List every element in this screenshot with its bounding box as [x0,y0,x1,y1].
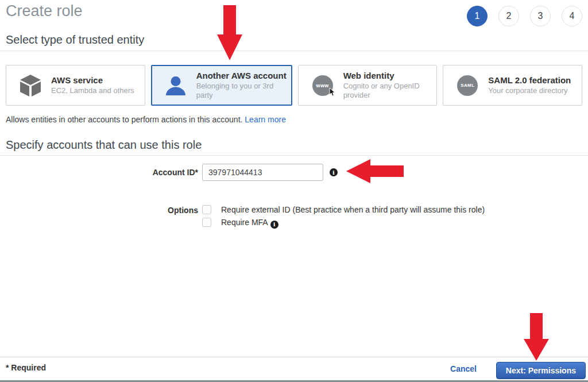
trusted-entity-heading: Select type of trusted entity [6,33,144,47]
divider [0,51,588,51]
step-4: 4 [562,6,582,26]
card-title: AWS service [51,75,134,85]
card-subtitle: Cognito or any OpenID provider [343,82,432,101]
card-subtitle: EC2, Lambda and others [51,86,134,95]
saml-icon: SAML [456,74,479,97]
option-require-mfa: Require MFAi [202,218,278,229]
card-text: SAML 2.0 federation Your corporate direc… [488,75,575,95]
step-1: 1 [467,6,488,26]
account-id-input[interactable] [202,164,323,181]
card-text: AWS service EC2, Lambda and others [51,75,139,95]
wizard-footer: * Required Cancel Next: Permissions [0,357,588,382]
aws-cube-icon [19,74,42,97]
card-title: Another AWS account [196,71,287,80]
account-id-info-icon[interactable]: i [330,168,338,176]
step-indicator: 1 2 3 4 [467,6,582,26]
create-role-page: Create role 1 2 3 4 Select type of trust… [0,0,588,382]
saml-icon-text: SAML [457,75,478,96]
card-title: SAML 2.0 federation [488,75,571,85]
annotation-arrow-down-card [217,5,242,60]
mouse-cursor [329,88,336,99]
require-mfa-text: Require MFA [221,218,268,227]
divider [0,155,588,156]
account-id-label: Account ID* [6,168,198,177]
step-2: 2 [498,6,519,26]
require-mfa-info-icon[interactable]: i [270,221,278,229]
option-require-external-id: Require external ID (Best practice when … [202,205,485,215]
next-permissions-button[interactable]: Next: Permissions [496,362,586,379]
card-another-aws-account[interactable]: Another AWS account Belonging to you or … [151,65,292,106]
annotation-arrow-left-account-id [346,159,404,183]
required-note: * Required [6,363,46,372]
description-text: Allows entities in other accounts to per… [6,115,242,124]
trusted-entity-cards: AWS service EC2, Lambda and others Anoth… [6,65,582,106]
require-external-id-checkbox[interactable] [202,205,211,214]
learn-more-link[interactable]: Learn more [245,115,286,124]
require-mfa-label: Require MFAi [221,218,278,229]
card-title: Web identity [343,71,432,80]
require-external-id-label: Require external ID (Best practice when … [221,205,485,215]
card-web-identity[interactable]: www Web identity Cognito or any OpenID p… [298,65,438,106]
cancel-button[interactable]: Cancel [450,364,477,373]
www-globe-icon: www [311,74,334,97]
require-mfa-checkbox[interactable] [202,218,211,227]
card-aws-service[interactable]: AWS service EC2, Lambda and others [6,65,145,106]
card-subtitle: Belonging to you or 3rd party [196,82,287,101]
user-icon [164,74,187,97]
options-label: Options [6,206,198,215]
card-subtitle: Your corporate directory [488,86,571,95]
accounts-heading: Specify accounts that can use this role [6,138,202,152]
card-text: Another AWS account Belonging to you or … [196,71,291,101]
card-text: Web identity Cognito or any OpenID provi… [343,71,437,101]
page-title: Create role [6,2,83,20]
card-saml-federation[interactable]: SAML SAML 2.0 federation Your corporate … [443,65,582,106]
step-3: 3 [530,6,551,26]
trusted-entity-description: Allows entities in other accounts to per… [6,115,286,124]
annotation-arrow-down-next-button [524,313,549,361]
